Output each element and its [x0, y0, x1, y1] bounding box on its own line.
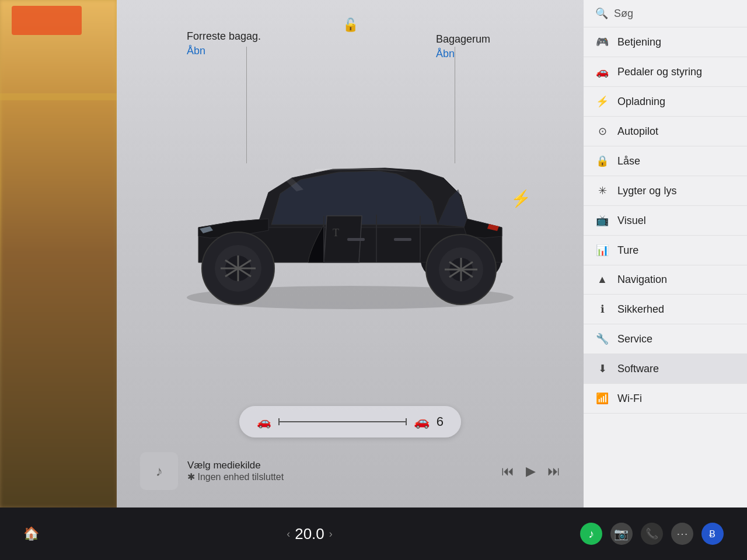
taskbar-right: ♪ 📷 📞 ⋯ Ƀ — [580, 523, 724, 545]
slider-large-car-icon: 🚗 — [414, 414, 430, 429]
navigation-label: Navigation — [617, 274, 667, 286]
lygter-label: Lygter og lys — [617, 185, 676, 197]
security-icon: ℹ — [595, 303, 609, 316]
charge-indicator: ⚡ — [511, 189, 531, 208]
media-subtitle: ✱ Ingen enhed tilsluttet — [187, 471, 492, 482]
media-artwork[interactable]: ♪ — [140, 452, 178, 490]
camera-button[interactable]: 📷 — [610, 523, 633, 545]
spotify-button[interactable]: ♪ — [580, 523, 602, 545]
media-controls: ⏮ ▶ ⏭ — [501, 464, 560, 479]
opladning-label: Opladning — [617, 96, 665, 108]
trunk-label[interactable]: Bagagerum Åbn — [436, 32, 490, 61]
visual-icon: 📺 — [595, 214, 609, 227]
sidebar-item-lygter[interactable]: ✳ Lygter og lys — [584, 176, 747, 206]
pedaler-label: Pedaler og styring — [617, 66, 702, 78]
prev-button[interactable]: ⏮ — [501, 464, 514, 479]
sidebar-item-laase[interactable]: 🔒 Låse — [584, 146, 747, 176]
next-button[interactable]: ⏭ — [547, 464, 560, 479]
ture-label: Ture — [617, 244, 638, 257]
bluetooth-button[interactable]: Ƀ — [701, 523, 724, 545]
car-panel: 🔓 Forreste bagag. Åbn Bagagerum Åbn — [117, 0, 584, 508]
service-icon: 🔧 — [595, 332, 609, 345]
slider-tick-right — [406, 418, 407, 425]
sidebar-item-pedaler[interactable]: 🚗 Pedaler og styring — [584, 57, 747, 87]
temp-chevron-right[interactable]: › — [329, 528, 333, 540]
autopilot-label: Autopilot — [617, 125, 658, 138]
visuel-label: Visuel — [617, 215, 646, 227]
controls-icon: 🎮 — [595, 36, 609, 48]
laase-label: Låse — [617, 155, 640, 167]
size-slider[interactable]: 🚗 🚗 6 — [239, 406, 461, 438]
frunk-label[interactable]: Forreste bagag. Åbn — [187, 29, 261, 58]
svg-rect-4 — [347, 238, 365, 241]
slider-track[interactable] — [278, 421, 407, 422]
settings-sidebar: 🔍 Søg 🎮 Betjening 🚗 Pedaler og styring ⚡… — [584, 0, 747, 508]
sidebar-item-betjening[interactable]: 🎮 Betjening — [584, 27, 747, 57]
taskbar: 🏠 ‹ 20.0 › ♪ 📷 📞 ⋯ Ƀ — [0, 508, 747, 560]
home-icon[interactable]: 🏠 — [23, 526, 39, 541]
sidebar-item-navigation[interactable]: ▲ Navigation — [584, 265, 747, 295]
media-info: Vælg mediekilde ✱ Ingen enhed tilsluttet — [187, 460, 492, 482]
sidebar-item-service[interactable]: 🔧 Service — [584, 324, 747, 354]
sikkerhed-label: Sikkerhed — [617, 303, 664, 316]
wifi-icon: 📶 — [595, 392, 609, 405]
sidebar-item-autopilot[interactable]: ⊙ Autopilot — [584, 117, 747, 146]
slider-small-car-icon: 🚗 — [257, 415, 271, 429]
media-bar: ♪ Vælg mediekilde ✱ Ingen enhed tilslutt… — [140, 452, 560, 490]
phone-button[interactable]: 📞 — [641, 523, 663, 545]
lock-menu-icon: 🔒 — [595, 155, 609, 167]
sidebar-item-software[interactable]: ⬇ Software — [584, 354, 747, 384]
sidebar-item-visuel[interactable]: 📺 Visuel — [584, 206, 747, 236]
software-icon: ⬇ — [595, 362, 609, 375]
betjening-label: Betjening — [617, 36, 661, 48]
slider-tick-left — [278, 418, 280, 425]
sidebar-item-sikkerhed[interactable]: ℹ Sikkerhed — [584, 295, 747, 324]
software-label: Software — [617, 363, 659, 375]
background-box — [12, 6, 82, 35]
lock-icon[interactable]: 🔓 — [343, 18, 358, 33]
svg-text:T: T — [333, 227, 339, 239]
sidebar-item-opladning[interactable]: ⚡ Opladning — [584, 87, 747, 117]
charging-icon: ⚡ — [595, 95, 609, 108]
taskbar-temperature[interactable]: ‹ 20.0 › — [287, 525, 333, 543]
service-label: Service — [617, 333, 652, 345]
trunk-title: Bagagerum — [436, 32, 490, 47]
wifi-label: Wi-Fi — [617, 393, 642, 405]
trips-icon: 📊 — [595, 244, 609, 257]
media-button[interactable]: ⋯ — [671, 523, 693, 545]
temperature-value: 20.0 — [295, 525, 324, 543]
sidebar-item-ture[interactable]: 📊 Ture — [584, 236, 747, 265]
sidebar-search[interactable]: 🔍 Søg — [584, 0, 747, 27]
car-visualization: T ⚡ — [152, 58, 549, 338]
navigation-icon: ▲ — [595, 274, 609, 286]
lights-icon: ✳ — [595, 184, 609, 197]
frunk-title: Forreste bagag. — [187, 29, 261, 44]
media-title: Vælg mediekilde — [187, 460, 492, 471]
search-label: Søg — [614, 8, 633, 20]
search-icon: 🔍 — [595, 7, 608, 20]
slider-value: 6 — [437, 414, 444, 429]
taskbar-left: 🏠 — [23, 526, 39, 541]
play-button[interactable]: ▶ — [526, 464, 536, 479]
sidebar-item-wifi[interactable]: 📶 Wi-Fi — [584, 384, 747, 414]
background-room — [0, 0, 117, 508]
frunk-action[interactable]: Åbn — [187, 44, 261, 58]
svg-rect-5 — [394, 238, 411, 241]
pedals-icon: 🚗 — [595, 65, 609, 78]
autopilot-icon: ⊙ — [595, 125, 609, 138]
background-shelf — [0, 93, 117, 100]
car-svg: T — [152, 58, 549, 338]
temp-chevron-left[interactable]: ‹ — [287, 528, 290, 540]
